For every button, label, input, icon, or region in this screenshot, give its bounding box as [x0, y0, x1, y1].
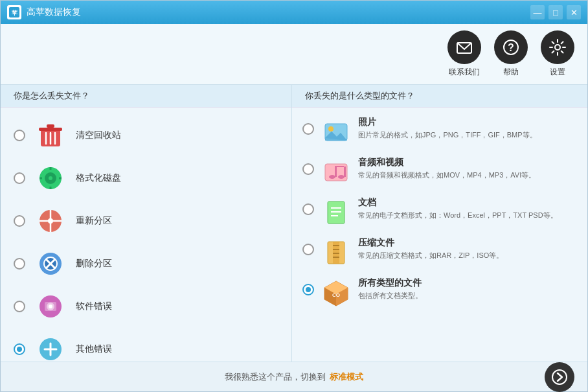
radio-document[interactable]: [302, 203, 314, 215]
option-other[interactable]: 其他错误: [1, 328, 291, 362]
filetype-all[interactable]: CO 所有类型的文件 包括所有文档类型。: [292, 272, 587, 312]
contact-button[interactable]: 联系我们: [447, 30, 481, 78]
left-panel: 你是怎么丢失文件？ 清空回收站: [1, 85, 292, 362]
footer: 我很熟悉这个产品，切换到 标准模式: [1, 362, 587, 391]
option-repartition[interactable]: 重新分区: [1, 200, 291, 242]
all-types-desc: 包括所有文档类型。: [358, 290, 422, 301]
photo-name: 照片: [358, 117, 537, 128]
settings-label: 设置: [550, 67, 565, 78]
left-panel-header: 你是怎么丢失文件？: [1, 85, 291, 108]
radio-delete-part[interactable]: [14, 258, 25, 270]
svg-text:?: ?: [508, 42, 514, 53]
settings-icon: [541, 30, 574, 64]
footer-text: 我很熟悉这个产品，切换到: [225, 371, 326, 383]
svg-point-34: [338, 175, 345, 179]
filetype-photo[interactable]: 照片 图片常见的格式，如JPG，PNG，TIFF，GIF，BMP等。: [292, 111, 587, 152]
filetype-audio[interactable]: 音频和视频 常见的音频和视频格式，如MOV，MP4，MP3，AVI等。: [292, 152, 587, 192]
help-label: 帮助: [503, 67, 519, 78]
svg-point-14: [49, 176, 52, 180]
radio-format[interactable]: [14, 172, 25, 184]
radio-other[interactable]: [14, 343, 25, 355]
photo-desc: 图片常见的格式，如JPG，PNG，TIFF，GIF，BMP等。: [358, 130, 537, 141]
svg-text:CO: CO: [332, 292, 340, 298]
compress-icon: [322, 238, 350, 267]
svg-rect-8: [47, 124, 54, 128]
svg-point-32: [329, 175, 335, 179]
all-types-name: 所有类型的文件: [358, 277, 422, 289]
svg-point-5: [555, 45, 560, 50]
audio-desc: 常见的音频和视频格式，如MOV，MP4，MP3，AVI等。: [358, 170, 536, 181]
standard-mode-link[interactable]: 标准模式: [330, 371, 363, 383]
option-format-label: 格式化磁盘: [76, 172, 121, 184]
window-title: 高苹数据恢复: [27, 6, 530, 18]
main-window: 苹 高苹数据恢复 — □ ✕ 联系我们 ?: [0, 0, 588, 392]
svg-rect-33: [335, 167, 337, 177]
document-text: 文档 常见的电子文档形式，如：Word，Excel，PPT，TXT PSD等。: [358, 197, 558, 221]
svg-text:苹: 苹: [12, 10, 18, 16]
radio-recycle[interactable]: [14, 130, 25, 141]
document-desc: 常见的电子文档形式，如：Word，Excel，PPT，TXT PSD等。: [358, 210, 558, 221]
option-format[interactable]: 格式化磁盘: [1, 157, 291, 200]
file-type-list: 照片 图片常见的格式，如JPG，PNG，TIFF，GIF，BMP等。: [292, 108, 587, 316]
software-icon: [36, 292, 65, 321]
window-controls: — □ ✕: [530, 5, 581, 19]
delete-part-icon: [36, 249, 65, 279]
photo-text: 照片 图片常见的格式，如JPG，PNG，TIFF，GIF，BMP等。: [358, 117, 537, 141]
option-software-label: 软件错误: [76, 301, 112, 312]
all-types-icon: CO: [322, 279, 350, 307]
title-bar: 苹 高苹数据恢复 — □ ✕: [1, 1, 587, 24]
svg-rect-41: [333, 242, 339, 264]
svg-rect-35: [344, 167, 346, 177]
toolbar: 联系我们 ? 帮助 设置: [1, 24, 587, 85]
photo-icon: [322, 118, 350, 146]
option-delete-part[interactable]: 删除分区: [1, 242, 291, 285]
all-types-text: 所有类型的文件 包括所有文档类型。: [358, 277, 422, 301]
close-button[interactable]: ✕: [567, 5, 581, 19]
app-logo: 苹: [7, 5, 21, 19]
compressed-desc: 常见的压缩文档格式，如RAR，ZIP，ISO等。: [358, 250, 503, 261]
option-recycle-label: 清空回收站: [76, 130, 121, 141]
minimize-button[interactable]: —: [530, 5, 545, 19]
radio-repartition[interactable]: [14, 215, 25, 227]
option-software[interactable]: 软件错误: [1, 285, 291, 328]
other-icon: [36, 334, 65, 362]
format-icon: [36, 163, 65, 193]
main-content: 你是怎么丢失文件？ 清空回收站: [1, 85, 587, 362]
option-repartition-label: 重新分区: [76, 215, 112, 227]
radio-photo[interactable]: [302, 123, 314, 135]
next-button[interactable]: [545, 362, 574, 392]
audio-icon: [322, 158, 350, 187]
svg-point-24: [49, 305, 52, 308]
maximize-button[interactable]: □: [548, 5, 563, 19]
svg-point-16: [48, 218, 53, 224]
svg-point-29: [328, 126, 334, 132]
radio-all[interactable]: [302, 284, 314, 295]
audio-text: 音频和视频 常见的音频和视频格式，如MOV，MP4，MP3，AVI等。: [358, 157, 536, 181]
radio-audio[interactable]: [302, 163, 314, 175]
audio-name: 音频和视频: [358, 157, 536, 168]
document-name: 文档: [358, 197, 558, 209]
svg-rect-7: [39, 128, 62, 131]
option-other-label: 其他错误: [76, 343, 112, 355]
option-recycle[interactable]: 清空回收站: [1, 114, 291, 157]
compressed-name: 压缩文件: [358, 237, 503, 249]
help-icon: ?: [494, 30, 528, 64]
settings-button[interactable]: 设置: [541, 30, 574, 78]
compressed-text: 压缩文件 常见的压缩文档格式，如RAR，ZIP，ISO等。: [358, 237, 503, 261]
recycle-icon: [36, 121, 65, 150]
right-panel: 你丢失的是什么类型的文件？ 照片 图片常: [292, 85, 587, 362]
repartition-icon: [36, 206, 65, 236]
filetype-document[interactable]: 文档 常见的电子文档形式，如：Word，Excel，PPT，TXT PSD等。: [292, 192, 587, 232]
right-panel-header: 你丢失的是什么类型的文件？: [292, 85, 587, 108]
radio-compressed[interactable]: [302, 244, 314, 255]
svg-point-51: [552, 370, 567, 384]
contact-icon: [447, 30, 481, 64]
contact-label: 联系我们: [449, 67, 480, 78]
option-delete-part-label: 删除分区: [76, 258, 112, 270]
help-button[interactable]: ? 帮助: [494, 30, 528, 78]
radio-software[interactable]: [14, 301, 25, 312]
document-icon: [322, 198, 350, 227]
loss-type-list: 清空回收站 格式化磁盘: [1, 108, 291, 362]
filetype-compressed[interactable]: 压缩文件 常见的压缩文档格式，如RAR，ZIP，ISO等。: [292, 232, 587, 272]
